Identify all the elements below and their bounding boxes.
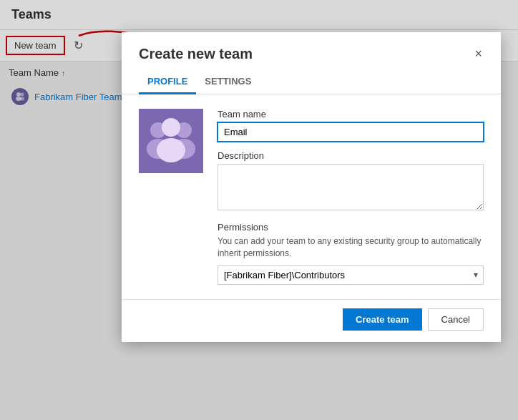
permissions-label: Permissions [218,222,484,233]
svg-point-9 [162,118,180,137]
team-icon-svg-large [142,114,200,168]
avatar-area [139,109,203,285]
team-name-input[interactable] [218,122,484,142]
form-area: Team name Description Permissions You ca… [218,109,484,285]
page-background: Teams New team ↻ Team Name ↑ Fabrikam Fi… [0,0,518,420]
tab-profile[interactable]: PROFILE [139,70,196,94]
dialog-title: Create new team [139,46,253,62]
create-team-dialog: Create new team × PROFILE SETTINGS [122,32,501,342]
close-button[interactable]: × [470,44,487,64]
dialog-footer: Create team Cancel [122,299,501,342]
team-icon-large [139,109,203,173]
tab-settings[interactable]: SETTINGS [196,70,260,94]
dialog-header: Create new team × [122,32,501,70]
create-team-button[interactable]: Create team [343,308,421,331]
permissions-select[interactable]: [Fabrikam Fiber]\Contributors Readers Pr… [218,265,484,285]
permissions-desc: You can add your team to any existing se… [218,235,484,260]
dialog-tabs: PROFILE SETTINGS [122,70,501,94]
description-label: Description [218,150,484,161]
team-name-label: Team name [218,109,484,119]
description-input[interactable] [218,164,484,210]
dialog-body: Team name Description Permissions You ca… [122,94,501,299]
permissions-select-wrapper: [Fabrikam Fiber]\Contributors Readers Pr… [218,265,484,285]
svg-point-10 [157,138,185,162]
cancel-button[interactable]: Cancel [428,308,484,331]
